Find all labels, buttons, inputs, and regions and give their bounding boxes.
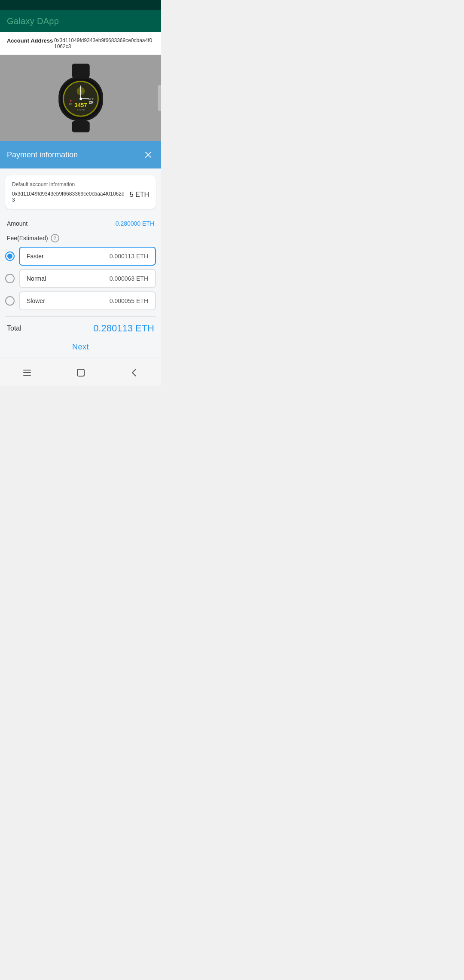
svg-text:89: 89 xyxy=(69,103,72,106)
fee-option-card-faster[interactable]: Faster 0.000113 ETH xyxy=(19,247,156,266)
svg-point-10 xyxy=(79,98,82,100)
app-header: Galaxy DApp xyxy=(0,10,161,32)
amount-label: Amount xyxy=(7,220,27,227)
fee-label: Fee(Estimated) xyxy=(7,235,48,242)
svg-rect-20 xyxy=(23,370,31,371)
fee-option-normal[interactable]: Normal 0.000063 ETH xyxy=(5,269,156,288)
close-button[interactable] xyxy=(142,149,154,161)
menu-icon xyxy=(22,368,32,378)
svg-rect-22 xyxy=(23,375,31,376)
svg-rect-17 xyxy=(72,121,89,132)
fee-options-list: Faster 0.000113 ETH Normal 0.000063 ETH … xyxy=(0,247,161,310)
svg-text:3457: 3457 xyxy=(74,102,87,108)
fee-option-faster[interactable]: Faster 0.000113 ETH xyxy=(5,247,156,266)
fee-section: Amount 0.280000 ETH Fee(Estimated) ? xyxy=(0,216,161,247)
status-bar xyxy=(0,0,161,10)
bottom-nav xyxy=(0,358,161,386)
svg-rect-23 xyxy=(77,369,84,376)
default-account-card: Default account information 0x3d11049fd9… xyxy=(5,175,156,209)
total-value: 0.280113 ETH xyxy=(93,323,154,334)
fee-help-icon[interactable]: ? xyxy=(51,234,59,242)
fee-option-value-normal: 0.000063 ETH xyxy=(110,275,148,282)
radio-inner-faster xyxy=(7,254,12,259)
bottom-sheet: Payment information Default account info… xyxy=(0,141,161,358)
close-icon xyxy=(144,150,153,159)
product-area: 🏃 3457 STEPS ♥ 89 WED 20 xyxy=(0,55,161,141)
radio-normal[interactable] xyxy=(5,274,15,283)
fee-option-value-slower: 0.000055 ETH xyxy=(110,297,148,304)
app-title: Galaxy DApp xyxy=(7,16,59,26)
home-icon xyxy=(76,368,86,378)
radio-slower[interactable] xyxy=(5,296,15,306)
fee-row: Fee(Estimated) ? xyxy=(5,231,156,247)
fee-option-name-faster: Faster xyxy=(27,253,44,260)
account-address: 0x3d11049fd9343eb9f6683369ce0cbaa4f01062… xyxy=(54,37,154,49)
fee-option-card-normal[interactable]: Normal 0.000063 ETH xyxy=(19,269,156,288)
fee-option-card-slower[interactable]: Slower 0.000055 ETH xyxy=(19,291,156,310)
fee-option-name-slower: Slower xyxy=(27,297,45,304)
nav-menu-button[interactable] xyxy=(18,363,37,382)
payment-header: Payment information xyxy=(0,141,161,168)
nav-home-button[interactable] xyxy=(71,363,90,382)
account-label: Account Address xyxy=(7,37,54,44)
back-icon xyxy=(129,368,140,378)
default-account-balance: 5 ETH xyxy=(130,191,149,199)
default-account-row: 0x3d11049fd9343eb9f6683369ce0cbaa4f01062… xyxy=(12,191,149,203)
amount-row: Amount 0.280000 ETH xyxy=(5,216,156,231)
watch-image: 🏃 3457 STEPS ♥ 89 WED 20 xyxy=(51,64,111,132)
svg-rect-21 xyxy=(23,372,31,373)
next-button[interactable]: Next xyxy=(0,337,161,358)
edge-hint xyxy=(158,85,161,111)
radio-faster[interactable] xyxy=(5,251,15,261)
account-row: Account Address 0x3d11049fd9343eb9f66833… xyxy=(0,32,161,55)
payment-title: Payment information xyxy=(7,150,78,159)
fee-option-slower[interactable]: Slower 0.000055 ETH xyxy=(5,291,156,310)
total-label: Total xyxy=(7,325,21,332)
fee-option-value-faster: 0.000113 ETH xyxy=(110,253,148,260)
divider xyxy=(5,316,156,317)
fee-option-name-normal: Normal xyxy=(27,275,46,282)
svg-text:20: 20 xyxy=(89,100,93,104)
amount-value: 0.280000 ETH xyxy=(116,220,154,227)
svg-text:STEPS: STEPS xyxy=(76,108,85,111)
nav-back-button[interactable] xyxy=(125,363,144,382)
total-row: Total 0.280113 ETH xyxy=(0,321,161,337)
default-account-section-label: Default account information xyxy=(12,181,149,187)
default-account-address: 0x3d11049fd9343eb9f6683369ce0cbaa4f01062… xyxy=(12,191,125,203)
svg-rect-0 xyxy=(72,64,89,78)
